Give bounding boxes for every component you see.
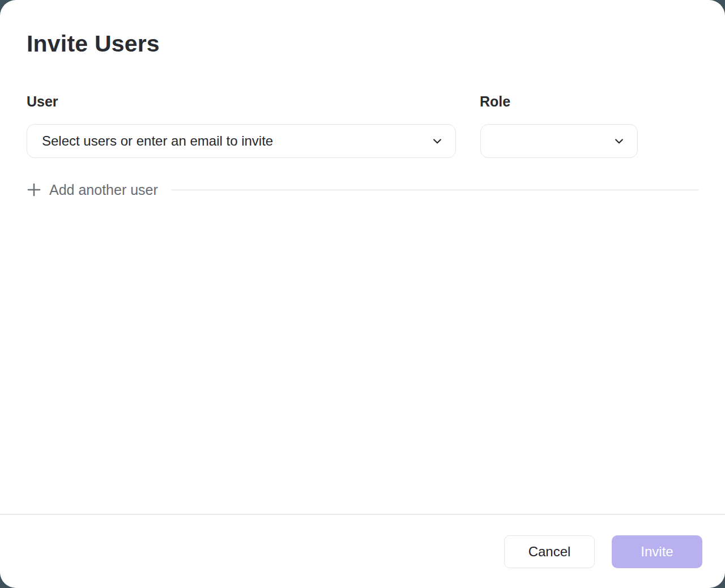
- add-user-divider-line: [172, 190, 698, 190]
- modal-title: Invite Users: [27, 31, 160, 57]
- footer-divider-line: [0, 514, 725, 515]
- user-label: User: [27, 93, 58, 110]
- cancel-button[interactable]: Cancel: [504, 535, 595, 568]
- role-label: Role: [480, 93, 510, 110]
- invite-users-modal: Invite Users User Role Select users or e…: [0, 0, 725, 588]
- user-select-placeholder: Select users or enter an email to invite: [42, 133, 432, 149]
- user-select[interactable]: Select users or enter an email to invite: [27, 124, 456, 158]
- chevron-down-icon: [432, 135, 443, 147]
- invite-button[interactable]: Invite: [612, 535, 702, 568]
- chevron-down-icon: [613, 135, 625, 147]
- add-another-user-button[interactable]: Add another user: [27, 182, 158, 198]
- add-another-user-label: Add another user: [49, 182, 158, 198]
- plus-icon: [27, 182, 41, 197]
- role-select[interactable]: [480, 124, 638, 158]
- add-another-user-row: Add another user: [27, 181, 698, 198]
